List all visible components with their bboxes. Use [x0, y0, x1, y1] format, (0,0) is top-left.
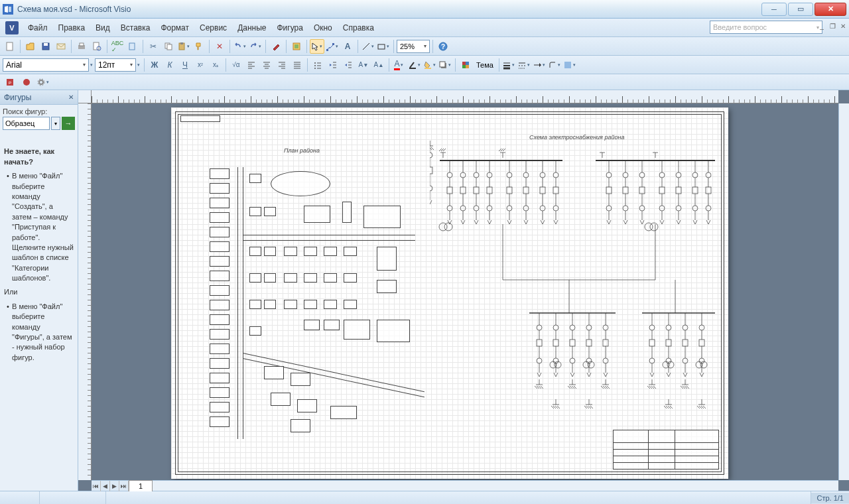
corner-button[interactable]: ▾	[548, 58, 562, 72]
vertical-ruler[interactable]	[78, 103, 92, 480]
paste-button[interactable]: ▾	[176, 39, 191, 54]
italic-button[interactable]: К	[163, 58, 177, 72]
svg-rect-12	[167, 44, 172, 50]
decrease-font-button[interactable]: A▼	[356, 58, 371, 72]
save-button[interactable]	[38, 39, 53, 54]
subscript-button[interactable]: x₂	[208, 58, 223, 72]
copy-button[interactable]	[161, 39, 176, 54]
text-tool[interactable]: A	[340, 39, 355, 54]
justify-button[interactable]	[290, 58, 304, 72]
formula-button[interactable]: √α	[229, 58, 243, 72]
print-button[interactable]	[74, 39, 89, 54]
line-ends-button[interactable]: ▾	[533, 58, 547, 72]
delete-button[interactable]: ✕	[212, 39, 227, 54]
shapes-search-dropdown[interactable]: ▾	[51, 117, 60, 130]
svg-rect-58	[466, 65, 469, 68]
menu-file[interactable]: Файл	[23, 21, 53, 35]
increase-indent-button[interactable]	[341, 58, 356, 72]
svg-rect-4	[44, 43, 48, 46]
doc-close-button[interactable]: ✕	[838, 21, 848, 31]
line-color-button[interactable]: ▾	[407, 58, 422, 72]
menu-help[interactable]: Справка	[338, 21, 379, 35]
transparency-button[interactable]: ▾	[563, 58, 578, 72]
svg-rect-56	[466, 62, 469, 65]
svg-rect-57	[462, 65, 466, 68]
shapes-search-input[interactable]	[3, 117, 50, 130]
bold-button[interactable]: Ж	[147, 58, 162, 72]
print-preview-button[interactable]	[90, 39, 104, 54]
page-tab-1[interactable]: 1	[129, 480, 153, 491]
align-left-button[interactable]	[244, 58, 259, 72]
vertical-scrollbar[interactable]	[838, 103, 849, 480]
visio-app-icon[interactable]: V	[5, 21, 19, 34]
horizontal-ruler[interactable]	[92, 90, 838, 103]
align-center-button[interactable]	[259, 58, 274, 72]
shapes-search-label: Поиск фигур:	[3, 107, 75, 115]
line-tool[interactable]: ▾	[361, 39, 375, 54]
stop-button[interactable]	[19, 75, 34, 90]
format-painter-button[interactable]	[192, 39, 206, 54]
menu-service[interactable]: Сервис	[194, 21, 232, 35]
decrease-indent-button[interactable]	[326, 58, 340, 72]
spellcheck-button[interactable]: ABC✓	[110, 39, 125, 54]
close-button[interactable]: ✕	[815, 3, 846, 16]
open-button[interactable]	[23, 39, 38, 54]
svg-rect-20	[378, 44, 385, 49]
page-prev-button[interactable]: ◀	[101, 481, 110, 491]
ink-button[interactable]	[269, 39, 283, 54]
shapes-pane: Фигуры ✕ Поиск фигур: ▾ → Не знаете, как…	[0, 90, 78, 491]
cut-button[interactable]: ✂	[146, 39, 161, 54]
menu-edit[interactable]: Правка	[53, 21, 91, 35]
research-button[interactable]	[125, 39, 140, 54]
increase-font-button[interactable]: A▲	[371, 58, 386, 72]
extra-toolbar: P ▾	[0, 74, 849, 90]
gear-button[interactable]: ▾	[36, 75, 50, 90]
maximize-button[interactable]: ▭	[788, 3, 813, 16]
menu-window[interactable]: Окно	[308, 21, 338, 35]
menu-format[interactable]: Формат	[155, 21, 194, 35]
minimize-button[interactable]: ─	[761, 3, 787, 16]
font-color-button[interactable]: A▾	[392, 58, 407, 72]
shapes-search-go-button[interactable]: →	[62, 117, 75, 130]
theme-label[interactable]: Тема	[474, 61, 496, 69]
doc-restore-button[interactable]: ❐	[828, 21, 837, 31]
shapes-close-button[interactable]: ✕	[68, 94, 74, 101]
email-button[interactable]	[54, 39, 68, 54]
line-weight-button[interactable]: ▾	[502, 58, 517, 72]
connector-tool[interactable]: ▾	[325, 39, 340, 54]
menu-data[interactable]: Данные	[232, 21, 271, 35]
shapes-help-text: Не знаете, как начать? В меню "Файл" выб…	[0, 133, 78, 369]
menu-view[interactable]: Вид	[90, 21, 115, 35]
redo-button[interactable]: ▾	[248, 39, 263, 54]
zoom-select[interactable]: 25%▾	[397, 40, 430, 53]
fill-color-button[interactable]: ▾	[423, 58, 437, 72]
menu-insert[interactable]: Вставка	[115, 21, 156, 35]
superscript-button[interactable]: x²	[193, 58, 208, 72]
drawing-canvas[interactable]: План района Схема электроснабжения район…	[78, 90, 849, 491]
page-next-button[interactable]: ▶	[110, 481, 119, 491]
svg-text:P: P	[9, 81, 11, 85]
new-button[interactable]	[3, 39, 17, 54]
doc-minimize-button[interactable]: _	[817, 21, 826, 31]
align-right-button[interactable]	[275, 58, 289, 72]
help-button[interactable]: ?	[436, 39, 450, 54]
pdf-button[interactable]: P	[3, 75, 17, 90]
font-name-select[interactable]: Arial▾	[3, 58, 89, 72]
drawing-page[interactable]: План района Схема электроснабжения район…	[171, 107, 728, 479]
font-size-select[interactable]: 12пт▾	[95, 58, 136, 72]
undo-button[interactable]: ▾	[233, 39, 247, 54]
underline-button[interactable]: Ч	[178, 58, 192, 72]
theme-icon[interactable]	[458, 58, 473, 72]
help-question-input[interactable]: Введите вопрос ▾	[710, 21, 822, 34]
horizontal-scrollbar[interactable]	[153, 481, 838, 491]
pointer-tool[interactable]: ▾	[310, 39, 324, 54]
shapes-button[interactable]	[289, 39, 304, 54]
bullets-button[interactable]	[310, 58, 325, 72]
page-first-button[interactable]: ⏮	[92, 481, 101, 491]
menu-shape[interactable]: Фигура	[271, 21, 308, 35]
svg-point-41	[314, 65, 316, 66]
rectangle-tool[interactable]: ▾	[376, 39, 391, 54]
line-pattern-button[interactable]: ▾	[517, 58, 532, 72]
page-last-button[interactable]: ⏭	[119, 481, 129, 491]
shadow-button[interactable]: ▾	[438, 58, 452, 72]
